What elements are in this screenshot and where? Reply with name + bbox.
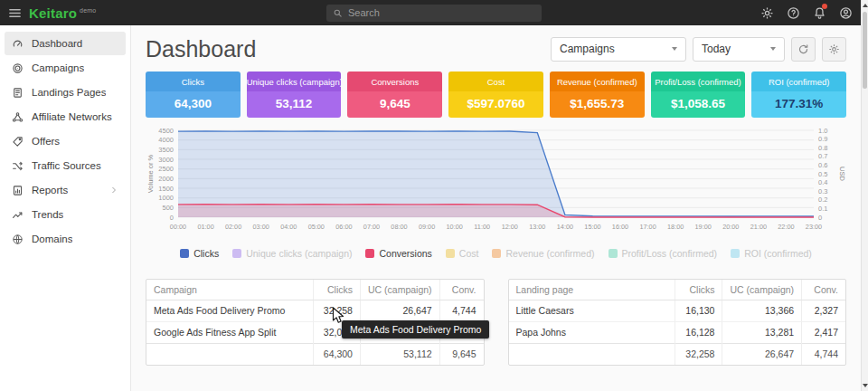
table-header-row: Landing pageClicksUC (campaign)Conv.	[509, 280, 846, 300]
svg-text:500: 500	[162, 204, 174, 212]
svg-text:0: 0	[170, 214, 174, 222]
column-header-clicks[interactable]: Clicks	[675, 280, 722, 300]
svg-text:0.1: 0.1	[818, 205, 827, 213]
legend-swatch	[492, 249, 501, 258]
legend-item-clicks[interactable]: Clicks	[180, 248, 219, 259]
sidebar-item-trends[interactable]: Trends	[5, 203, 126, 226]
notifications-icon[interactable]	[809, 3, 829, 23]
table-header-row: CampaignClicksUC (campaign)Conv.	[146, 280, 484, 300]
topbar-icons	[757, 3, 855, 23]
column-header-conv[interactable]: Conv.	[439, 280, 483, 300]
legend-label: Clicks	[193, 248, 219, 259]
help-icon[interactable]	[783, 3, 803, 23]
row-name-cell[interactable]: Meta Ads Food Delivery Promo	[146, 300, 313, 321]
svg-text:14:00: 14:00	[557, 223, 573, 231]
row-name-cell[interactable]: Little Caesars	[509, 300, 675, 321]
legend-item-conversions[interactable]: Conversions	[365, 248, 431, 259]
svg-text:0.5: 0.5	[818, 170, 827, 178]
column-header-conv[interactable]: Conv.	[802, 280, 845, 300]
scroll-thumb[interactable]	[863, 12, 867, 89]
legend-item-roi-confirmed[interactable]: ROI (confirmed)	[731, 248, 812, 259]
traffic-icon	[12, 160, 24, 172]
metric-card-revenue-confirmed[interactable]: Revenue (confirmed)$1,655.73	[550, 72, 645, 118]
row-name-cell[interactable]: Google Ads Fitness App Split	[146, 321, 313, 343]
sidebar-item-dashboard[interactable]: Dashboard	[5, 32, 126, 55]
total-cell: 53,112	[360, 343, 439, 365]
search-input[interactable]	[348, 7, 535, 18]
traffic-chart: 05001000150020002500300035004000450000.1…	[146, 125, 846, 241]
network-icon	[12, 111, 24, 123]
svg-text:17:00: 17:00	[639, 223, 656, 231]
metric-card-unique-clicks-campaign[interactable]: Unique clicks (campaign)53,112	[247, 72, 342, 118]
metric-card-cost[interactable]: Cost$597.0760	[448, 72, 543, 118]
date-range-select[interactable]: Today	[693, 37, 785, 62]
column-header-clicks[interactable]: Clicks	[313, 280, 360, 300]
total-cell: 9,645	[439, 343, 483, 365]
app-logo[interactable]: Keitaro demo	[29, 5, 96, 21]
sidebar-item-traffic-sources[interactable]: Traffic Sources	[5, 154, 126, 177]
dashboard-settings-button[interactable]	[822, 37, 846, 62]
sidebar-item-landings-pages[interactable]: Landings Pages	[5, 81, 126, 104]
menu-icon[interactable]	[0, 0, 29, 25]
svg-text:Volume or %: Volume or %	[146, 154, 155, 193]
column-header-uc-campaign[interactable]: UC (campaign)	[722, 280, 802, 300]
metric-card-value: $1,655.73	[550, 91, 645, 118]
legend-label: Profit/Loss (confirmed)	[622, 248, 718, 259]
metric-card-profit-loss-confirmed[interactable]: Profit/Loss (confirmed)$1,058.65	[651, 72, 746, 118]
sidebar-item-label: Offers	[32, 136, 60, 147]
pages-icon	[12, 87, 24, 99]
svg-text:00:00: 00:00	[170, 223, 186, 231]
metric-card-label: Cost	[448, 72, 543, 91]
legend-swatch	[180, 249, 189, 258]
legend-swatch	[446, 249, 455, 258]
totals-row: 32,25826,6474,744	[509, 343, 846, 365]
scrollbar[interactable]	[861, 0, 868, 391]
svg-text:0.4: 0.4	[818, 178, 827, 186]
sidebar-item-label: Traffic Sources	[32, 160, 101, 171]
gauge-icon	[12, 38, 24, 50]
svg-text:2000: 2000	[158, 175, 174, 183]
legend-swatch	[609, 249, 618, 258]
metric-card-label: Unique clicks (campaign)	[247, 72, 342, 91]
column-header-uc-campaign[interactable]: UC (campaign)	[360, 280, 439, 300]
chevron-right-icon	[109, 186, 118, 195]
account-icon[interactable]	[835, 3, 855, 23]
metric-card-clicks[interactable]: Clicks64,300	[146, 72, 241, 118]
chevron-down-icon	[770, 47, 776, 51]
sidebar-item-offers[interactable]: Offers	[5, 129, 126, 153]
date-range-value: Today	[702, 43, 731, 55]
sidebar-item-affiliate-networks[interactable]: Affiliate Networks	[5, 105, 126, 129]
column-header-campaign[interactable]: Campaign	[146, 280, 313, 300]
svg-text:0.2: 0.2	[818, 196, 827, 204]
svg-text:12:00: 12:00	[502, 223, 518, 231]
report-icon	[12, 185, 24, 196]
svg-text:0.6: 0.6	[818, 161, 827, 169]
column-header-landing-page[interactable]: Landing page	[509, 280, 675, 300]
legend-label: Cost	[459, 248, 479, 259]
page-title: Dashboard	[146, 36, 256, 62]
legend-item-revenue-confirmed[interactable]: Revenue (confirmed)	[492, 248, 594, 259]
sidebar-item-reports[interactable]: Reports	[5, 178, 126, 202]
total-cell	[146, 343, 313, 365]
svg-text:13:00: 13:00	[529, 223, 545, 231]
metric-card-value: $1,058.65	[651, 91, 746, 118]
row-name-cell[interactable]: Papa Johns	[509, 321, 675, 343]
total-cell	[509, 343, 675, 365]
sidebar-item-label: Landings Pages	[32, 87, 106, 98]
legend-item-profit-loss-confirmed[interactable]: Profit/Loss (confirmed)	[609, 248, 718, 259]
legend-item-unique-clicks-campaign[interactable]: Unique clicks (campaign)	[232, 248, 352, 259]
metric-card-value: 64,300	[146, 91, 241, 118]
sidebar-item-domains[interactable]: Domains	[5, 227, 126, 251]
chevron-down-icon	[672, 47, 677, 51]
refresh-button[interactable]	[791, 37, 816, 62]
metric-card-conversions[interactable]: Conversions9,645	[347, 72, 442, 118]
total-cell: 26,647	[722, 343, 802, 365]
settings-icon[interactable]	[757, 3, 777, 23]
scroll-up-arrow-icon[interactable]	[863, 4, 868, 7]
scroll-down-arrow-icon[interactable]	[863, 384, 868, 387]
metric-card-roi-confirmed[interactable]: ROI (confirmed)177.31%	[751, 72, 846, 118]
legend-item-cost[interactable]: Cost	[446, 248, 479, 259]
campaigns-filter-select[interactable]: Campaigns	[551, 37, 686, 62]
sidebar-item-campaigns[interactable]: Campaigns	[5, 56, 126, 80]
search-bar[interactable]	[326, 5, 542, 22]
